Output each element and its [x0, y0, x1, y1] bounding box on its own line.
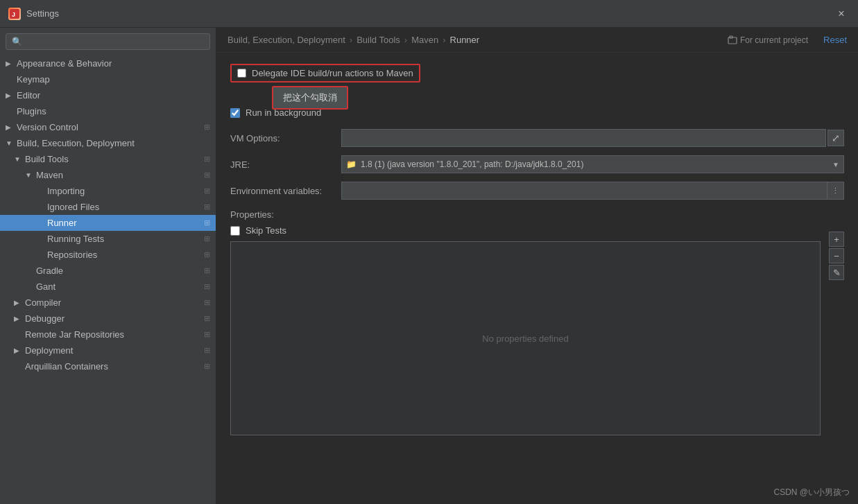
- page-icon: ⊞: [204, 218, 210, 227]
- breadcrumb-sep-3: ›: [443, 35, 445, 45]
- sidebar-item-label: Arquillian Containers: [25, 361, 108, 372]
- close-button[interactable]: ×: [833, 6, 850, 22]
- sidebar-item-runner[interactable]: Runner⊞: [0, 215, 216, 231]
- add-property-button[interactable]: +: [829, 232, 844, 247]
- arrow-placeholder: [6, 107, 14, 115]
- arrow-placeholder: [36, 219, 44, 227]
- vm-options-input[interactable]: [341, 129, 826, 147]
- arrow-icon: ▶: [6, 60, 14, 67]
- arrow-icon: ▶: [14, 347, 22, 354]
- window-title: Settings: [26, 8, 59, 19]
- search-input[interactable]: [6, 33, 210, 50]
- sidebar-item-repositories[interactable]: Repositories⊞: [0, 247, 216, 263]
- watermark: CSDN @い小男孩つ: [773, 487, 850, 498]
- jre-dropdown-arrow: ▼: [832, 161, 839, 168]
- vm-options-label: VM Options:: [230, 133, 341, 144]
- breadcrumb-sep-1: ›: [350, 35, 352, 45]
- delegate-checkbox[interactable]: [237, 69, 246, 78]
- sidebar-item-label: Keymap: [17, 74, 50, 85]
- title-bar: J Settings ×: [0, 0, 858, 28]
- env-vars-label: Environment variables:: [230, 186, 341, 196]
- remove-property-button[interactable]: −: [829, 248, 844, 263]
- sidebar-item-gant[interactable]: Gant⊞: [0, 279, 216, 295]
- arrow-icon: ▼: [6, 139, 14, 147]
- breadcrumb-part-1: Build, Execution, Deployment: [228, 35, 345, 45]
- sidebar-item-label: Maven: [36, 170, 63, 180]
- main-layout: ▶Appearance & Behavior Keymap▶Editor Plu…: [0, 28, 858, 504]
- env-vars-expand-button[interactable]: ⋮: [827, 182, 844, 200]
- sidebar-item-label: Build Tools: [25, 154, 69, 164]
- sidebar-item-deployment[interactable]: ▶Deployment⊞: [0, 342, 216, 358]
- skip-tests-checkbox[interactable]: [230, 226, 240, 236]
- sidebar-item-keymap[interactable]: Keymap: [0, 71, 216, 87]
- page-icon: ⊞: [204, 314, 210, 323]
- arrow-icon: ▶: [6, 123, 14, 131]
- app-icon: J: [8, 8, 21, 20]
- sidebar-item-label: Plugins: [17, 106, 46, 116]
- sidebar-item-ignored-files[interactable]: Ignored Files⊞: [0, 199, 216, 215]
- breadcrumb-sep-2: ›: [404, 35, 407, 45]
- sidebar-item-compiler[interactable]: ▶Compiler⊞: [0, 295, 216, 311]
- sidebar-item-label: Importing: [47, 186, 85, 196]
- breadcrumb-part-2: Build Tools: [357, 35, 400, 45]
- sidebar-item-label: Build, Execution, Deployment: [17, 138, 135, 148]
- sidebar-item-appearance---behavior[interactable]: ▶Appearance & Behavior: [0, 55, 216, 71]
- sidebar-item-label: Version Control: [17, 122, 78, 132]
- tooltip-popup: 把这个勾取消: [272, 86, 348, 110]
- breadcrumb-part-3: Maven: [411, 35, 438, 45]
- svg-text:J: J: [12, 11, 15, 18]
- arrow-placeholder: [36, 203, 44, 211]
- edit-property-button[interactable]: ✎: [829, 265, 844, 280]
- sidebar-item-maven[interactable]: ▼Maven⊞: [0, 167, 216, 183]
- page-icon: ⊞: [204, 346, 210, 355]
- arrow-placeholder: [14, 331, 22, 338]
- arrow-icon: ▶: [14, 299, 22, 306]
- vm-options-expand-button[interactable]: ⤢: [827, 130, 844, 146]
- sidebar-item-label: Deployment: [25, 345, 73, 356]
- arrow-placeholder: [36, 187, 44, 195]
- sidebar-item-editor[interactable]: ▶Editor: [0, 87, 216, 103]
- arrow-icon: ▶: [6, 92, 14, 99]
- sidebar-item-importing[interactable]: Importing⊞: [0, 183, 216, 199]
- arrow-placeholder: [25, 267, 33, 275]
- breadcrumb: Build, Execution, Deployment › Build Too…: [216, 28, 858, 53]
- sidebar-item-build-tools[interactable]: ▼Build Tools⊞: [0, 151, 216, 167]
- sidebar-item-remote-jar-repositories[interactable]: Remote Jar Repositories⊞: [0, 327, 216, 342]
- sidebar-item-running-tests[interactable]: Running Tests⊞: [0, 231, 216, 247]
- sidebar-item-label: Running Tests: [47, 234, 104, 244]
- arrow-icon: ▶: [14, 315, 22, 322]
- no-properties-text: No properties defined: [482, 333, 568, 344]
- sidebar-item-arquillian-containers[interactable]: Arquillian Containers⊞: [0, 358, 216, 374]
- sidebar-item-label: Gradle: [36, 266, 63, 276]
- arrow-placeholder: [36, 235, 44, 243]
- page-icon: ⊞: [204, 282, 210, 291]
- sidebar: ▶Appearance & Behavior Keymap▶Editor Plu…: [0, 28, 216, 504]
- run-in-background-checkbox[interactable]: [230, 108, 240, 118]
- project-icon: [728, 35, 737, 45]
- sidebar-item-plugins[interactable]: Plugins: [0, 103, 216, 119]
- properties-toolbar: + − ✎: [829, 209, 844, 280]
- sidebar-item-build--execution--deployment[interactable]: ▼Build, Execution, Deployment: [0, 135, 216, 151]
- page-icon: ⊞: [204, 186, 210, 195]
- jre-value: 1.8 (1) (java version "1.8.0_201", path:…: [361, 159, 832, 169]
- env-vars-input[interactable]: [341, 182, 827, 200]
- sidebar-item-debugger[interactable]: ▶Debugger⊞: [0, 311, 216, 327]
- sidebar-item-version-control[interactable]: ▶Version Control⊞: [0, 119, 216, 135]
- sidebar-item-label: Ignored Files: [47, 202, 99, 212]
- sidebar-item-gradle[interactable]: Gradle⊞: [0, 263, 216, 279]
- sidebar-item-label: Debugger: [25, 313, 65, 324]
- properties-section: Properties: Skip Tests No properties def…: [230, 209, 844, 435]
- sidebar-items-container: ▶Appearance & Behavior Keymap▶Editor Plu…: [0, 55, 216, 374]
- page-icon: ⊞: [204, 202, 210, 211]
- reset-button[interactable]: Reset: [823, 35, 847, 45]
- arrow-placeholder: [36, 251, 44, 259]
- delegate-label[interactable]: Delegate IDE build/run actions to Maven: [252, 68, 413, 78]
- skip-tests-label[interactable]: Skip Tests: [246, 225, 286, 236]
- breadcrumb-current: Runner: [450, 35, 480, 45]
- jre-select[interactable]: 📁 1.8 (1) (java version "1.8.0_201", pat…: [341, 155, 844, 173]
- sidebar-item-label: Repositories: [47, 250, 97, 260]
- properties-label: Properties:: [230, 209, 341, 220]
- properties-box: No properties defined: [230, 241, 821, 435]
- jre-row: JRE: 📁 1.8 (1) (java version "1.8.0_201"…: [230, 155, 844, 173]
- sidebar-item-label: Gant: [36, 281, 55, 292]
